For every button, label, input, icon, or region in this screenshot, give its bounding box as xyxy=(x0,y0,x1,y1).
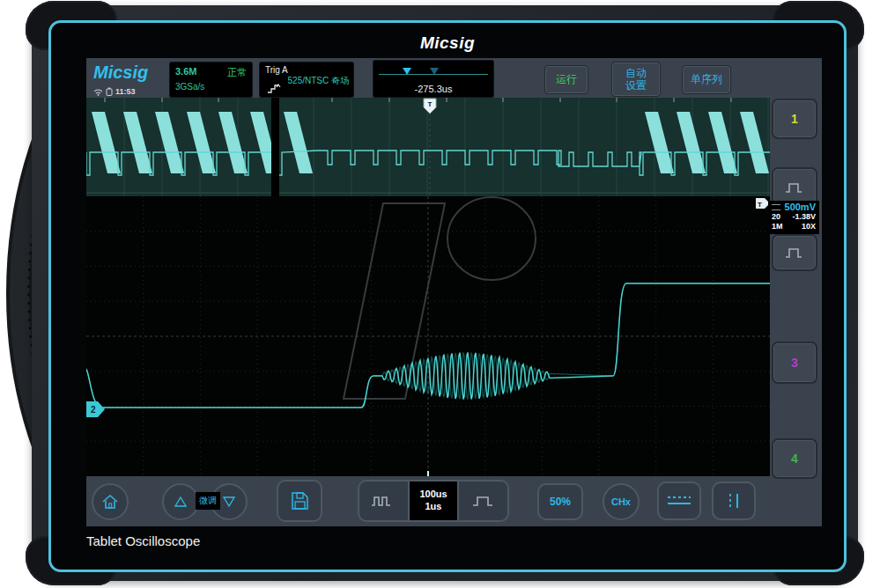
trigger-level-50-button[interactable]: 50% xyxy=(537,483,583,520)
offset-value: -1.38V xyxy=(792,212,816,222)
fine-adjust-up-button[interactable] xyxy=(162,483,199,520)
bottom-toolbar: 微调 xyxy=(86,478,770,526)
autoset-label-line2: 设置 xyxy=(625,79,647,92)
timebase-slower-button[interactable] xyxy=(359,481,410,520)
bezel-brand: Micsig xyxy=(51,33,844,53)
trigger-position-box[interactable]: -275.3us xyxy=(373,61,493,97)
trigger-position-marker-icon xyxy=(403,68,411,75)
triangle-up-icon xyxy=(174,496,188,508)
waveform-overview-band[interactable]: T xyxy=(86,98,770,196)
main-waveform-area[interactable]: 2 T xyxy=(86,196,770,476)
trigger-level-down-button[interactable] xyxy=(772,234,817,271)
channel-3-button[interactable]: 3 xyxy=(772,342,817,384)
sample-rate: 3GSa/s xyxy=(175,82,247,92)
trigger-info-box[interactable]: Trig A 525/NTSC 奇场 xyxy=(260,62,353,97)
probe-value: 10X xyxy=(802,222,816,232)
channel-select-button[interactable]: CHx xyxy=(603,483,640,520)
svg-text:T: T xyxy=(428,100,433,108)
micsig-logo: Micsig xyxy=(93,62,148,83)
battery-icon xyxy=(106,87,113,96)
wide-pulse-icon xyxy=(370,492,398,510)
single-seq-button[interactable]: 单序列 xyxy=(682,65,731,94)
overview-waveform: T xyxy=(86,98,770,196)
channel-1-button[interactable]: 1 xyxy=(772,99,817,139)
bandwidth-value: 20 xyxy=(772,212,780,222)
home-icon xyxy=(100,493,120,511)
volts-per-div: 500mV xyxy=(785,202,816,212)
horizontal-cursor-icon xyxy=(665,493,693,509)
autoset-label-line1: 自动 xyxy=(625,67,647,79)
svg-text:2: 2 xyxy=(91,405,96,415)
timebase-main: 100us xyxy=(419,489,447,499)
trigger-delay-value: -275.3us xyxy=(373,84,493,94)
main-waveform-display: 2 T xyxy=(86,196,770,476)
horizontal-cursor-button[interactable] xyxy=(657,481,701,520)
timebase-group: 100us 1us xyxy=(358,480,509,522)
oscilloscope-ui: Micsig 11:53 3.6M 正常 3GSa/s xyxy=(86,58,822,526)
acq-status: 正常 xyxy=(227,66,247,79)
run-button[interactable]: 运行 xyxy=(544,65,588,94)
timebase-readout[interactable]: 100us 1us xyxy=(410,481,459,520)
channel-info-box[interactable]: 500mV 20 -1.38V 1M 10X xyxy=(768,201,819,234)
timebase-zoom: 1us xyxy=(425,501,442,511)
vertical-cursor-button[interactable] xyxy=(712,481,756,520)
page: { "device": { "brand_top": "Micsig", "ca… xyxy=(0,0,880,588)
home-button[interactable] xyxy=(92,483,129,520)
trigger-source-label: Trig A xyxy=(265,65,288,75)
autoset-button[interactable]: 自动 设置 xyxy=(611,62,661,97)
screen-bezel: Micsig Tablet Oscilloscope Micsig 11:53 … xyxy=(48,20,847,572)
svg-text:T: T xyxy=(758,201,762,209)
fine-adjust-label[interactable]: 微调 xyxy=(196,492,220,510)
device-frame: Micsig Tablet Oscilloscope Micsig 11:53 … xyxy=(32,5,858,581)
impedance-value: 1M xyxy=(772,222,783,232)
dc-coupling-icon xyxy=(772,204,780,210)
timebase-faster-button[interactable] xyxy=(459,481,507,520)
memory-depth: 3.6M xyxy=(175,66,196,79)
channel-4-button[interactable]: 4 xyxy=(772,438,817,479)
bezel-caption: Tablet Oscilloscope xyxy=(86,533,200,548)
trigger-mode: 525/NTSC 奇场 xyxy=(288,75,349,87)
status-bar: 11:53 xyxy=(93,87,136,96)
pulse-icon xyxy=(783,245,806,261)
narrow-pulse-icon xyxy=(470,492,497,510)
trigger-slope-icon xyxy=(266,81,284,94)
acquisition-info-box[interactable]: 3.6M 正常 3GSa/s xyxy=(170,62,252,97)
save-icon xyxy=(289,490,310,511)
pulse-icon xyxy=(783,180,806,195)
wifi-icon xyxy=(93,88,103,96)
window-position-marker-icon xyxy=(430,68,439,75)
vertical-cursor-icon xyxy=(720,492,748,510)
clock: 11:53 xyxy=(115,87,136,96)
triangle-down-icon xyxy=(222,496,236,508)
save-button[interactable] xyxy=(277,480,322,522)
